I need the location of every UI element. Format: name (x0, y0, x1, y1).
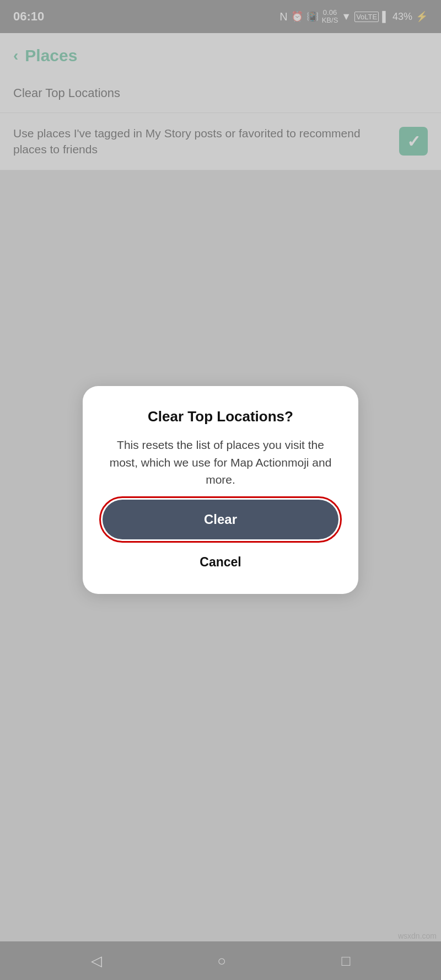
clear-button[interactable]: Clear (103, 500, 338, 539)
modal-title: Clear Top Locations? (148, 408, 293, 425)
cancel-button[interactable]: Cancel (200, 550, 241, 574)
modal-body: This resets the list of places you visit… (103, 436, 338, 489)
modal-dialog: Clear Top Locations? This resets the lis… (83, 386, 358, 594)
modal-overlay: Clear Top Locations? This resets the lis… (0, 0, 441, 980)
